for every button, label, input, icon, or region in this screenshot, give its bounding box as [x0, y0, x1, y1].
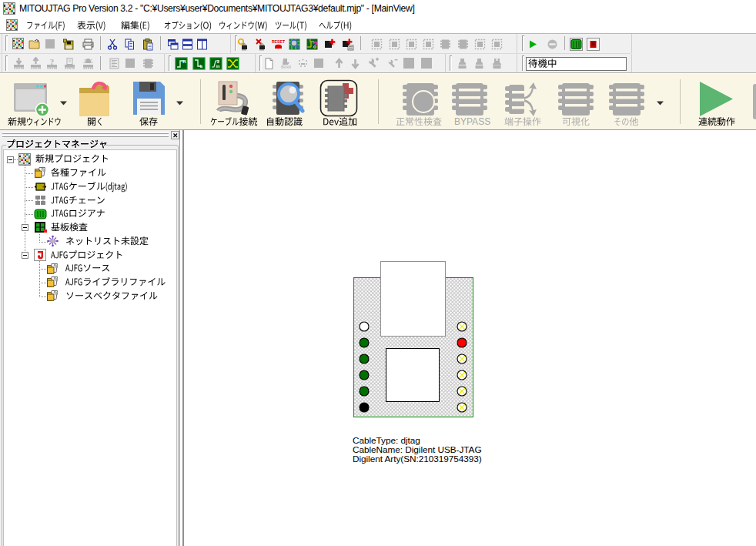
svg-text:L: L [199, 64, 202, 69]
svg-text:in: in [216, 64, 220, 69]
svg-text:H: H [182, 59, 186, 64]
svg-text:?: ? [313, 40, 318, 49]
svg-text:RESET: RESET [272, 39, 285, 44]
svg-text:BRAM: BRAM [280, 65, 290, 69]
svg-text:?: ? [49, 57, 54, 66]
